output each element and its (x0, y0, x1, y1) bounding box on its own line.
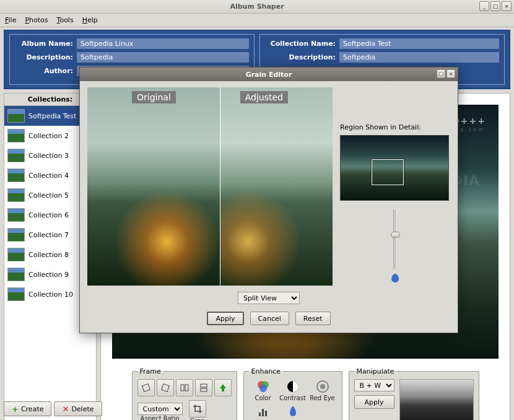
thumb-icon (7, 248, 25, 261)
dialog-cancel-button[interactable]: Cancel (250, 312, 289, 325)
sidebar-item-label: Collection 6 (28, 211, 69, 219)
sidebar-item-label: Collection 4 (28, 172, 69, 180)
dialog-title: Grain Editor (80, 71, 458, 79)
svg-rect-0 (142, 384, 150, 392)
aspect-ratio-label: Aspect Ratio (137, 415, 183, 420)
plus-icon: + (12, 405, 19, 414)
dialog-close-button[interactable]: × (446, 69, 455, 78)
flip-h-button[interactable] (176, 379, 193, 396)
color-icon[interactable] (256, 379, 271, 394)
frame-group: Frame Custom Aspect Ratio Crop (132, 367, 237, 420)
contrast-icon[interactable] (285, 379, 300, 394)
redeye-label: Red Eye (310, 395, 335, 401)
thumb-icon (7, 168, 25, 182)
album-name-field[interactable]: Softpedia Linux (77, 38, 249, 49)
album-desc-label: Description: (15, 53, 77, 61)
svg-rect-13 (262, 409, 264, 416)
enhance-legend: Enhance (249, 367, 283, 375)
dialog-reset-button[interactable]: Reset (295, 312, 331, 325)
thumb-icon (7, 149, 25, 162)
manipulate-legend: Manipulate (354, 367, 397, 375)
levels-icon[interactable] (256, 404, 271, 419)
thumb-icon (7, 208, 25, 222)
sidebar-item-label: Collection 5 (28, 191, 69, 199)
crop-label: Crop (189, 418, 206, 420)
grain-slider[interactable] (393, 209, 397, 269)
maximize-button[interactable]: □ (490, 1, 500, 11)
dialog-maximize-button[interactable]: □ (437, 69, 445, 78)
frame-legend: Frame (137, 367, 163, 375)
crop-button[interactable] (189, 400, 206, 418)
svg-rect-5 (201, 388, 207, 392)
create-button[interactable]: +Create (4, 401, 51, 416)
thumb-icon (7, 188, 25, 202)
slider-thumb[interactable] (391, 232, 400, 238)
menu-help[interactable]: Help (82, 16, 98, 24)
sidebar-item-label: Collection 10 (28, 291, 73, 299)
delete-button[interactable]: ✕Delete (54, 401, 102, 416)
svg-point-11 (320, 384, 325, 389)
svg-rect-4 (201, 384, 207, 387)
thumb-icon (7, 109, 25, 123)
manipulate-mode-select[interactable]: B + W (354, 379, 394, 392)
sidebar-item-label: Collection 7 (28, 231, 69, 239)
tool-panels: Frame Custom Aspect Ratio Crop (101, 364, 510, 420)
thumb-icon (7, 268, 25, 281)
dialog-titlebar[interactable]: Grain Editor □ × (80, 68, 458, 81)
menu-file[interactable]: File (5, 16, 16, 24)
dialog-apply-button[interactable]: Apply (207, 312, 243, 325)
contrast-label: Contrast (279, 395, 306, 401)
create-label: Create (21, 405, 44, 413)
svg-rect-2 (181, 385, 184, 391)
bottom-bar: +Create ✕Delete (4, 401, 102, 416)
drop-icon (391, 274, 399, 282)
thumb-icon (7, 129, 25, 142)
flip-v-button[interactable] (195, 379, 212, 396)
svg-point-8 (259, 385, 267, 392)
collection-desc-field[interactable]: Softpedia (339, 52, 499, 63)
sidebar-item-label: Collection 9 (28, 271, 69, 279)
album-author-label: Author: (15, 67, 77, 75)
menu-photos[interactable]: Photos (25, 16, 48, 24)
split-preview[interactable]: Original Adjusted (87, 87, 333, 286)
app-title: Album Shaper (0, 2, 514, 11)
svg-rect-3 (185, 385, 188, 391)
manipulate-group: Manipulate B + W Apply (349, 367, 479, 420)
grain-editor-dialog: Grain Editor □ × Original Adjusted Regio… (79, 67, 458, 333)
arrow-up-button[interactable] (214, 379, 232, 396)
menubar: File Photos Tools Help (0, 14, 514, 27)
close-button[interactable]: × (502, 1, 512, 11)
aspect-ratio-select[interactable]: Custom (137, 403, 183, 415)
manipulate-preview (399, 379, 474, 420)
sidebar-item-label: Collection 8 (28, 251, 69, 259)
thumb-icon (7, 287, 25, 301)
album-name-label: Album Name: (15, 40, 77, 48)
minimize-button[interactable]: _ (479, 1, 489, 11)
menu-tools[interactable]: Tools (57, 16, 74, 24)
rotate-cw-button[interactable] (157, 379, 174, 396)
svg-rect-1 (161, 384, 169, 392)
thumb-icon (7, 228, 25, 242)
cross-icon: ✕ (62, 405, 69, 414)
collection-name-label: Collection Name: (265, 40, 339, 48)
collection-desc-label: Description: (265, 53, 339, 61)
album-desc-field[interactable]: Softpedia (77, 52, 249, 63)
region-label: Region Shown in Detail: (340, 123, 450, 131)
color-label: Color (255, 395, 271, 401)
redeye-icon[interactable] (315, 379, 330, 394)
app-titlebar: Album Shaper _ □ × (0, 0, 514, 14)
view-mode-select[interactable]: Split View (238, 292, 300, 304)
collection-name-field[interactable]: Softpedia Test (339, 38, 499, 49)
svg-rect-14 (265, 411, 267, 416)
manipulate-apply-button[interactable]: Apply (354, 395, 394, 409)
sidebar-item-label: Collection 2 (28, 132, 69, 140)
adjusted-tag: Adjusted (240, 91, 288, 103)
region-selection-box[interactable] (372, 159, 404, 185)
region-overview[interactable] (340, 135, 449, 201)
rotate-ccw-button[interactable] (137, 379, 155, 396)
svg-rect-12 (259, 413, 261, 416)
sidebar-item-label: Softpedia Test (28, 112, 76, 120)
sidebar-item-label: Collection 3 (28, 152, 69, 160)
enhance-group: Enhance Color Contrast Red Eye Levels...… (243, 367, 342, 420)
grain-icon[interactable] (285, 404, 300, 419)
